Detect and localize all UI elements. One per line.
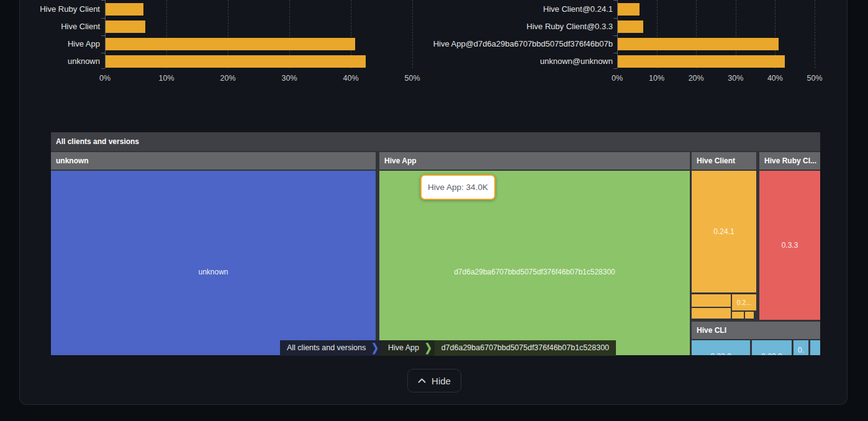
treemap-cell-blank[interactable] <box>745 312 754 319</box>
x-axis-tick-label: 50% <box>796 74 833 83</box>
y-axis-tick <box>613 0 617 1</box>
tooltip-text: Hive App: 34.0K <box>428 183 488 192</box>
treemap-header-hive-app[interactable]: Hive App <box>379 152 690 170</box>
y-axis-tick <box>613 35 617 36</box>
y-axis-tick <box>101 68 105 69</box>
chevron-right-icon: ❯ <box>371 338 379 358</box>
treemap-cell-0-3-3[interactable]: 0.3.3 <box>759 171 820 320</box>
treemap-cell-blank[interactable] <box>692 294 731 307</box>
chevron-right-icon: ❯ <box>425 338 432 358</box>
breadcrumb-item-hash[interactable]: d7d6a29ba6707bbd5075df376f46b07b1c528300 <box>435 340 616 356</box>
treemap-cell-blank[interactable] <box>692 308 731 319</box>
treemap-cell-blank[interactable] <box>810 340 820 355</box>
y-axis-tick <box>613 68 617 69</box>
treemap-cell-0-23-0[interactable]: 0.23.0 <box>692 340 750 355</box>
y-axis-label-hive-app-d7d6a29ba6707bbd5075df376f46b07: Hive App@d7d6a29ba6707bbd5075df376f46b07… <box>427 38 613 50</box>
x-axis-tick-label: 20% <box>677 74 715 83</box>
breadcrumb-label: d7d6a29ba6707bbd5075df376f46b07b1c528300 <box>441 340 609 356</box>
treemap-root-header[interactable]: All clients and versions <box>51 132 820 151</box>
y-axis-tick <box>101 35 105 36</box>
x-axis-tick-label: 40% <box>332 74 369 83</box>
treemap-cell-0-23-0[interactable]: 0.23.0 <box>752 340 792 355</box>
bar-unknown-unknown[interactable] <box>618 55 785 68</box>
x-axis-tick-label: 30% <box>271 74 308 83</box>
y-axis-label-hive-ruby-client-0-3-3: Hive Ruby Client@0.3.3 <box>427 20 613 33</box>
bar-hive-client-0-24-1[interactable] <box>618 3 640 16</box>
dashboard-page: { "chart_data": [ { "type": "bar", "orie… <box>0 0 868 421</box>
treemap-cell-0-24-1[interactable]: 0.24.1 <box>692 171 756 292</box>
y-axis-tick <box>613 18 617 19</box>
breadcrumb-label: Hive App <box>388 340 419 356</box>
y-axis-label-hive-client-0-24-1: Hive Client@0.24.1 <box>427 3 613 16</box>
breadcrumb-label: All clients and versions <box>287 340 366 356</box>
hide-button[interactable]: Hide <box>407 369 461 392</box>
x-axis-tick-label: 20% <box>209 74 246 83</box>
x-grid-line <box>412 0 413 68</box>
treemap-cell-0[interactable]: 0. <box>793 340 808 355</box>
bar-hive-ruby-client[interactable] <box>106 3 143 16</box>
x-axis-tick-label: 30% <box>717 74 754 83</box>
y-axis-label-unknown-unknown: unknown@unknown <box>427 55 613 68</box>
y-axis-tick <box>101 18 105 19</box>
hide-button-label: Hide <box>432 376 451 386</box>
bar-hive-client[interactable] <box>106 20 145 33</box>
y-axis-tick <box>101 53 105 53</box>
bar-hive-ruby-client-0-3-3[interactable] <box>618 20 643 33</box>
y-axis-label-unknown: unknown <box>0 55 100 68</box>
treemap-all-clients-and-versions: All clients and versionsunknownHive AppH… <box>51 132 820 355</box>
x-axis-tick-label: 0% <box>86 74 124 83</box>
x-axis-tick-label: 10% <box>148 74 185 83</box>
bar-hive-app-d7d6a29ba6707bbd5075df376f46b07[interactable] <box>618 38 779 50</box>
breadcrumb-item-hive-app[interactable]: Hive App ❯ <box>381 340 435 356</box>
chevron-up-icon <box>418 378 426 383</box>
y-axis-label-hive-ruby-client: Hive Ruby Client <box>0 3 100 16</box>
x-grid-line <box>815 0 815 68</box>
x-axis-tick-label: 0% <box>599 74 636 83</box>
bar-unknown[interactable] <box>106 55 366 68</box>
treemap-header-hive-client[interactable]: Hive Client <box>692 152 756 170</box>
treemap-header-unknown[interactable]: unknown <box>51 152 376 170</box>
treemap-header-hive-ruby-cl[interactable]: Hive Ruby Cl... <box>759 152 820 170</box>
dashboard-panel: 0%10%20%30%40%50%Hive Ruby ClientHive Cl… <box>19 0 848 405</box>
treemap-breadcrumb: All clients and versions ❯ Hive App ❯ d7… <box>280 340 616 356</box>
bar-hive-app[interactable] <box>106 38 355 50</box>
y-axis-label-hive-app: Hive App <box>0 38 100 50</box>
y-axis-tick <box>613 53 617 53</box>
treemap-cell-blank[interactable] <box>732 312 744 319</box>
x-axis-tick-label: 40% <box>756 74 793 83</box>
y-axis-tick <box>101 0 105 1</box>
treemap-cell-0-2[interactable]: 0.2... <box>732 294 756 310</box>
clients-bar-chart: 0%10%20%30%40%50%Hive Ruby ClientHive Cl… <box>20 0 454 87</box>
y-axis-label-hive-client: Hive Client <box>0 20 100 33</box>
x-axis-tick-label: 10% <box>638 74 676 83</box>
treemap-tooltip: Hive App: 34.0K <box>420 174 495 200</box>
client-versions-bar-chart: 0%10%20%30%40%50%Hive Client@0.24.1Hive … <box>417 0 848 87</box>
breadcrumb-item-all-clients-and-versions[interactable]: All clients and versions ❯ <box>280 340 381 356</box>
treemap-cell-unknown[interactable]: unknown <box>51 171 376 355</box>
treemap-header-hive-cli[interactable]: Hive CLI <box>692 322 820 339</box>
